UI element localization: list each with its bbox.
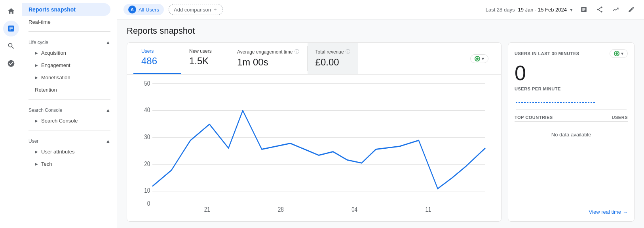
- page-title: Reports snapshot: [127, 26, 635, 36]
- svg-text:40: 40: [144, 106, 150, 114]
- expand-icon-searchconsole: ▶: [35, 119, 38, 123]
- sidebar-item-tech[interactable]: ▶ Tech: [22, 158, 117, 170]
- metric-status-chip: ▾: [464, 43, 495, 74]
- sidebar: Reports snapshot Real-time Life cycle ▲ …: [22, 0, 117, 228]
- sidebar-label-retention: Retention: [35, 87, 57, 93]
- sidebar-item-acquisition[interactable]: ▶ Acquisition: [22, 47, 117, 59]
- status-dot-inner: [476, 57, 479, 60]
- sidebar-label-monetisation: Monetisation: [41, 75, 70, 80]
- status-dot: [475, 56, 480, 61]
- sidebar-label-engagement: Engagement: [41, 62, 70, 68]
- add-comparison-button[interactable]: Add comparison ＋: [169, 4, 223, 15]
- compare-icon[interactable]: [609, 3, 622, 16]
- no-data-message: No data available: [515, 125, 628, 144]
- realtime-header: USERS IN LAST 30 MINUTES ▾: [515, 49, 628, 58]
- status-dot-realtime: [614, 51, 619, 56]
- advertising-nav-item[interactable]: [3, 56, 19, 71]
- svg-text:28: 28: [278, 206, 284, 213]
- top-countries-label: TOP COUNTRIES: [515, 115, 553, 120]
- metric-tab-users[interactable]: Users 486: [133, 43, 181, 74]
- icon-nav: [0, 0, 22, 228]
- sidebar-section-user[interactable]: User ▲: [22, 134, 117, 146]
- topbar: A All Users Add comparison ＋ Last 28 day…: [117, 0, 644, 19]
- svg-text:11: 11: [425, 206, 431, 213]
- chevron-up-icon-user: ▲: [106, 138, 110, 144]
- expand-icon-acquisition: ▶: [35, 51, 38, 55]
- svg-text:30: 30: [144, 133, 150, 140]
- realtime-mini-chart: [515, 94, 628, 110]
- arrow-right-icon: →: [623, 209, 628, 215]
- line-chart: 50 40 30 20 10 0 21 Jan 28 04: [133, 78, 495, 215]
- svg-text:Feb: Feb: [350, 214, 359, 215]
- expand-icon-monetisation: ▶: [35, 75, 38, 80]
- chevron-down-icon-chip: ▾: [482, 56, 484, 61]
- expand-icon-engagement: ▶: [35, 63, 38, 67]
- top-countries-users: USERS: [612, 115, 628, 120]
- page-content: Reports snapshot Users 486: [117, 19, 644, 228]
- status-chip-main[interactable]: ▾: [470, 54, 488, 63]
- sidebar-section-user-label: User: [28, 138, 38, 144]
- metric-value-revenue: £0.00: [315, 57, 350, 68]
- sidebar-label-userattributes: User attributes: [41, 149, 75, 155]
- chevron-down-icon[interactable]: ▾: [570, 7, 573, 13]
- realtime-card: USERS IN LAST 30 MINUTES ▾ 0 USERS PER M…: [508, 42, 635, 222]
- status-chip-realtime[interactable]: ▾: [610, 49, 628, 58]
- svg-text:50: 50: [144, 79, 150, 87]
- info-icon-engagement: ⓘ: [294, 48, 299, 55]
- home-nav-item[interactable]: [3, 3, 19, 19]
- chevron-up-icon: ▲: [106, 40, 110, 45]
- main-content: A All Users Add comparison ＋ Last 28 day…: [117, 0, 644, 228]
- sidebar-divider-3: [28, 130, 110, 130]
- date-range: 19 Jan - 15 Feb 2024: [518, 7, 567, 13]
- sidebar-label-acquisition: Acquisition: [41, 50, 66, 56]
- view-realtime-label: View real time: [589, 209, 621, 215]
- topbar-icons: [578, 3, 638, 16]
- cards-row: Users 486 New users 1.5K: [127, 42, 635, 222]
- sidebar-reports-snapshot[interactable]: Reports snapshot: [22, 3, 110, 16]
- sidebar-item-retention[interactable]: Retention: [22, 84, 117, 96]
- sidebar-item-engagement[interactable]: ▶ Engagement: [22, 59, 117, 71]
- svg-text:Jan: Jan: [203, 214, 211, 215]
- all-users-chip[interactable]: A All Users: [123, 4, 164, 15]
- sidebar-item-monetisation[interactable]: ▶ Monetisation: [22, 71, 117, 84]
- chart-area: 50 40 30 20 10 0 21 Jan 28 04: [127, 75, 501, 221]
- svg-text:21: 21: [204, 206, 210, 213]
- metric-tab-newusers[interactable]: New users 1.5K: [181, 43, 229, 74]
- svg-text:0: 0: [147, 200, 150, 207]
- sidebar-section-lifecycle-label: Life cycle: [28, 40, 48, 45]
- edit-icon[interactable]: [625, 3, 638, 16]
- plus-icon: ＋: [213, 6, 218, 13]
- metric-tab-engagement[interactable]: Average engagement time ⓘ 1m 00s: [229, 43, 307, 74]
- avatar: A: [128, 6, 136, 13]
- metric-tab-revenue[interactable]: Total revenue ⓘ £0.00: [308, 43, 358, 74]
- sidebar-section-lifecycle[interactable]: Life cycle ▲: [22, 35, 117, 47]
- topbar-right: Last 28 days 19 Jan - 15 Feb 2024 ▾: [486, 7, 573, 13]
- realtime-count: 0: [515, 63, 628, 83]
- top-countries-header: TOP COUNTRIES USERS: [515, 115, 628, 122]
- status-dot-inner-realtime: [616, 52, 618, 55]
- metric-value-newusers: 1.5K: [189, 56, 221, 67]
- realtime-subheader: USERS PER MINUTE: [515, 86, 628, 91]
- sidebar-section-searchconsole[interactable]: Search Console ▲: [22, 103, 117, 115]
- customize-report-icon[interactable]: [578, 3, 590, 16]
- realtime-title: USERS IN LAST 30 MINUTES: [515, 51, 579, 56]
- metric-value-engagement: 1m 00s: [237, 57, 299, 68]
- sidebar-item-userattributes[interactable]: ▶ User attributes: [22, 146, 117, 158]
- svg-text:10: 10: [144, 187, 150, 194]
- metric-label-engagement: Average engagement time ⓘ: [237, 48, 299, 55]
- realtime-chart-area: [515, 94, 628, 110]
- sidebar-item-realtime[interactable]: Real-time: [22, 16, 117, 28]
- view-realtime-link[interactable]: View real time →: [515, 204, 628, 215]
- reports-nav-item[interactable]: [3, 21, 19, 36]
- metric-label-users: Users: [141, 48, 173, 54]
- all-users-label: All Users: [139, 7, 159, 13]
- svg-text:20: 20: [144, 160, 150, 167]
- metrics-tabs: Users 486 New users 1.5K: [127, 43, 501, 75]
- sidebar-item-searchconsole[interactable]: ▶ Search Console: [22, 115, 117, 127]
- sidebar-label-tech: Tech: [41, 161, 52, 167]
- explore-nav-item[interactable]: [3, 38, 19, 54]
- share-icon[interactable]: [593, 3, 606, 16]
- sidebar-label-searchconsole: Search Console: [41, 118, 78, 124]
- main-chart-card: Users 486 New users 1.5K: [127, 42, 502, 222]
- sidebar-label-realtime: Real-time: [28, 19, 51, 25]
